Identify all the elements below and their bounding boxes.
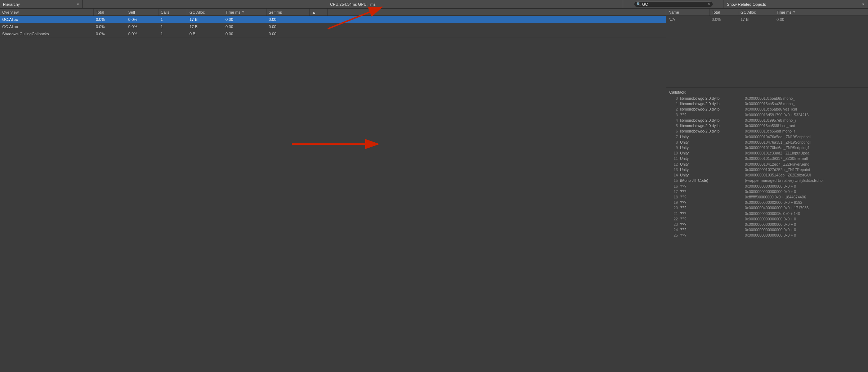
callstack-addr: 0x000000013cb56f81 do_runt: [745, 123, 865, 129]
callstack-entry: 18 ??? 0xffffffff00000000 0x0 + 18446744…: [669, 194, 865, 200]
table-row[interactable]: Shadows.CullingCallbacks 0.0% 0.0% 1 0 B…: [0, 30, 666, 37]
time-ms-sort-icon: ▼: [242, 10, 245, 14]
search-icon: 🔍: [636, 2, 641, 6]
right-cell-time-ms: 0.00: [774, 16, 868, 23]
callstack-title: Callstack:: [669, 90, 865, 94]
callstack-entry: 3 ??? 0x000000013d591790 0x0 + 5324216: [669, 112, 865, 118]
callstack-index: 8: [669, 140, 678, 145]
callstack-index: 22: [669, 216, 678, 222]
callstack-lib: ???: [680, 184, 745, 189]
col-self[interactable]: Self: [126, 9, 158, 15]
left-table-body[interactable]: GC.Alloc 0.0% 0.0% 1 17 B 0.00 0.00 GC.A…: [0, 16, 666, 372]
cell-self-ms: 0.00: [267, 23, 310, 30]
callstack-addr: 0x000000013cb5aa26 mono_: [745, 101, 865, 107]
callstack-lib: libmonobdwgc-2.0.dylib: [680, 118, 745, 123]
cell-total: 0.0%: [94, 16, 126, 23]
callstack-entry: 14 Unity 0x000000001035143eb _Z62EditorG…: [669, 172, 865, 178]
col-overview[interactable]: Overview: [0, 9, 94, 15]
cell-overview: GC.Alloc: [0, 16, 94, 23]
right-table[interactable]: N/A 0.0% 17 B 0.00: [666, 16, 868, 88]
callstack-index: 1: [669, 101, 678, 107]
callstack-entry: 22 ??? 0x0000000000000000 0x0 + 0: [669, 216, 865, 222]
right-table-row[interactable]: N/A 0.0% 17 B 0.00: [666, 16, 868, 23]
cell-gc-alloc: 0 B: [187, 30, 223, 37]
callstack-index: 18: [669, 194, 678, 200]
callstack-addr: 0x0000000000000000 0x0 + 0: [745, 184, 865, 189]
callstack-index: 15: [669, 178, 678, 183]
right-column-headers: Name Total GC Alloc Time ms ▼: [666, 9, 868, 16]
callstack-index: 14: [669, 172, 678, 178]
cell-time-ms: 0.00: [223, 16, 267, 23]
callstack-addr: 0x000000013cb5ab65 mono_: [745, 96, 865, 101]
search-section[interactable]: 🔍 ✕: [623, 0, 724, 8]
callstack-addr: 0x0000000000002000 0x0 + 8192: [745, 200, 865, 205]
related-objects-section[interactable]: Show Related Objects ▼: [724, 0, 868, 8]
callstack-entries: 0 libmonobdwgc-2.0.dylib 0x000000013cb5a…: [669, 96, 865, 238]
callstack-entry: 11 Unity 0x0000000101c39317 _ZZ30Interna…: [669, 156, 865, 161]
callstack-index: 9: [669, 145, 678, 151]
col-time-ms[interactable]: Time ms ▼: [223, 9, 267, 15]
table-row[interactable]: GC.Alloc 0.0% 0.0% 1 17 B 0.00 0.00: [0, 23, 666, 30]
right-time-ms-sort-icon: ▼: [793, 10, 796, 14]
callstack-addr: 0x000000001035143eb _Z62EditorGUI: [745, 172, 865, 178]
callstack-entry: 10 Unity 0x0000000101c33ad2 _Z11InputUpd…: [669, 151, 865, 156]
callstack-entry: 20 ??? 0x0000000400000000 0x0 + 1717986: [669, 205, 865, 211]
clear-search-icon[interactable]: ✕: [708, 2, 711, 6]
callstack-index: 7: [669, 134, 678, 140]
right-col-gc-alloc[interactable]: GC Alloc: [738, 9, 774, 15]
cell-calls: 1: [158, 23, 187, 30]
callstack-addr: 0x0000000000000000 0x0 + 0: [745, 189, 865, 194]
cell-self: 0.0%: [126, 16, 158, 23]
search-input[interactable]: [642, 2, 706, 6]
callstack-entry: 7 Unity 0x000000010476a5dd _ZN19Scriptin…: [669, 134, 865, 140]
cell-warning: [310, 23, 328, 30]
cell-gc-alloc: 17 B: [187, 23, 223, 30]
callstack-lib: ???: [680, 194, 745, 200]
cell-self: 0.0%: [126, 23, 158, 30]
right-col-total[interactable]: Total: [710, 9, 738, 15]
col-gc-alloc[interactable]: GC Alloc: [187, 9, 223, 15]
callstack-addr: 0x0000000101c39317 _ZZ30InternalI: [745, 156, 865, 161]
callstack-entry: 23 ??? 0x0000000000000000 0x0 + 0: [669, 222, 865, 227]
callstack-entry: 15 (Mono JIT Code) (wrapper managed-to-n…: [669, 178, 865, 183]
cell-warning: [310, 16, 328, 23]
callstack-lib: Unity: [680, 145, 745, 151]
callstack-lib: Unity: [680, 167, 745, 172]
col-self-ms[interactable]: Self ms: [267, 9, 310, 15]
callstack-lib: libmonobdwgc-2.0.dylib: [680, 107, 745, 112]
callstack-lib: libmonobdwgc-2.0.dylib: [680, 101, 745, 107]
related-dropdown-icon[interactable]: ▼: [862, 3, 865, 6]
callstack-addr: 0x0000000000000000 0x0 + 0: [745, 216, 865, 222]
hierarchy-dropdown-icon[interactable]: ▼: [76, 3, 80, 6]
search-box[interactable]: 🔍 ✕: [634, 1, 713, 7]
callstack-lib: Unity: [680, 172, 745, 178]
table-row[interactable]: GC.Alloc 0.0% 0.0% 1 17 B 0.00 0.00: [0, 16, 666, 23]
callstack-index: 13: [669, 167, 678, 172]
callstack-lib: Unity: [680, 140, 745, 145]
callstack-index: 10: [669, 151, 678, 156]
callstack-addr: 0x0000000000000000 0x0 + 0: [745, 233, 865, 238]
hierarchy-section[interactable]: Hierarchy ▼: [0, 0, 83, 8]
callstack-index: 12: [669, 162, 678, 167]
cell-gc-alloc: 17 B: [187, 16, 223, 23]
callstack-index: 24: [669, 227, 678, 233]
callstack-lib: libmonobdwgc-2.0.dylib: [680, 96, 745, 101]
callstack-entry: 16 ??? 0x0000000000000000 0x0 + 0: [669, 184, 865, 189]
callstack-entry: 13 Unity 0x000000001027d252b _ZN17Repain…: [669, 167, 865, 172]
hierarchy-label: Hierarchy: [3, 2, 20, 6]
callstack-lib: Unity: [680, 162, 745, 167]
callstack-lib: ???: [680, 233, 745, 238]
callstack-addr: 0x000000010476a5dd _ZN19ScriptingI: [745, 134, 865, 140]
col-total[interactable]: Total: [94, 9, 126, 15]
col-warning[interactable]: ▲: [310, 9, 328, 15]
callstack-index: 3: [669, 112, 678, 118]
callstack-addr: 0x000000001027d252b _ZN17Repaint: [745, 167, 865, 172]
right-col-time-ms[interactable]: Time ms ▼: [774, 9, 868, 15]
col-calls[interactable]: Calls: [158, 9, 187, 15]
right-col-name[interactable]: Name: [666, 9, 710, 15]
callstack-addr: 0x000000010476a351 _ZN19ScriptingI: [745, 140, 865, 145]
cell-time-ms: 0.00: [223, 23, 267, 30]
callstack-index: 17: [669, 189, 678, 194]
callstack-entry: 19 ??? 0x0000000000002000 0x0 + 8192: [669, 200, 865, 205]
callstack-addr: 0x000000013cb56edf mono_r: [745, 129, 865, 134]
